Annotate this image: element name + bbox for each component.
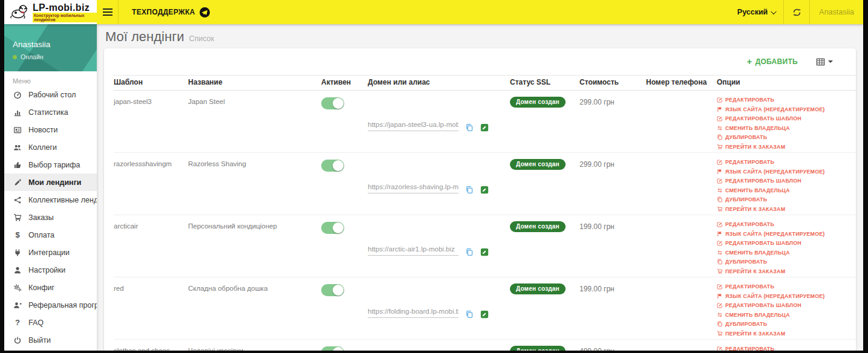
name-cell: Razorless Shaving	[188, 153, 321, 215]
sidebar-item-label: Конфиг	[28, 283, 54, 292]
option-cart[interactable]: ПЕРЕЙТИ К ЗАКАЗАМ	[717, 144, 856, 150]
option-cart[interactable]: ПЕРЕЙТИ К ЗАКАЗАМ	[717, 268, 856, 274]
domain-input[interactable]	[368, 183, 458, 193]
pencil-square-icon	[717, 240, 723, 246]
name-cell: Japan Steel	[188, 91, 321, 153]
domain-input[interactable]	[368, 245, 458, 256]
active-toggle[interactable]	[321, 346, 344, 351]
sidebar-item[interactable]: Интеграции	[4, 244, 97, 261]
copy-icon[interactable]	[465, 186, 474, 194]
option-exchange[interactable]: СМЕНИТЬ ВЛАДЕЛЬЦА	[717, 250, 856, 256]
sidebar-item-label: Заказы	[28, 213, 54, 222]
sidebar-item[interactable]: Рабочий стол	[4, 86, 97, 103]
table-header: ШаблонНазваниеАктивенДомен или алиасСтат…	[114, 75, 856, 91]
sidebar-item[interactable]: Заказы	[4, 209, 97, 226]
option-pencil-square[interactable]: РЕДАКТИРОВАТЬ	[717, 346, 856, 351]
price-cell: 199.00 грн	[579, 215, 646, 277]
active-toggle[interactable]	[321, 160, 344, 172]
table-body: japan-steel3Japan SteelДомен создан299.0…	[114, 91, 856, 351]
edit-square-icon[interactable]	[480, 186, 489, 194]
sidebar-item-label: FAQ	[28, 319, 44, 327]
sidebar-item[interactable]: Выбор тарифа	[4, 156, 97, 173]
dashboard-icon	[13, 91, 22, 99]
add-button[interactable]: + ДОБАВИТЬ	[747, 57, 798, 66]
option-flag[interactable]: ЯЗЫК САЙТА (НЕРЕДАКТИРУЕМОЕ)	[717, 293, 856, 299]
card-toolbar: + ДОБАВИТЬ	[114, 48, 856, 75]
profile-name: Anastasiia	[13, 40, 50, 49]
sidebar-item[interactable]: Реферальная программа	[4, 296, 97, 314]
option-duplicate[interactable]: ДУБЛИРОВАТЬ	[717, 259, 856, 265]
hamburger-icon[interactable]	[97, 0, 119, 24]
ssl-status-badge: Домен создан	[510, 97, 566, 108]
view-mode-button[interactable]	[816, 57, 833, 66]
language-label: Русский	[737, 8, 768, 16]
domain-input[interactable]	[368, 121, 458, 131]
column-header: Название	[188, 79, 321, 86]
sidebar-item[interactable]: Новости	[4, 121, 97, 138]
dollar-icon: $	[13, 230, 22, 239]
option-pencil-square[interactable]: РЕДАКТИРОВАТЬ ШАБЛОН	[717, 115, 856, 121]
option-pencil-square[interactable]: РЕДАКТИРОВАТЬ ШАБЛОН	[717, 302, 856, 308]
option-pencil-square[interactable]: РЕДАКТИРОВАТЬ	[717, 221, 856, 227]
user-icon	[13, 266, 22, 274]
sidebar-item[interactable]: Конфиг	[4, 279, 97, 296]
page-head: Мої лендінги Список	[105, 29, 856, 45]
copy-icon[interactable]	[465, 310, 474, 319]
option-cart[interactable]: ПЕРЕЙТИ К ЗАКАЗАМ	[717, 331, 856, 337]
edit-square-icon[interactable]	[480, 248, 489, 256]
sidebar-item[interactable]: Статистика	[4, 103, 97, 121]
user-plus-icon	[13, 301, 22, 309]
option-flag[interactable]: ЯЗЫК САЙТА (НЕРЕДАКТИРУЕМОЕ)	[717, 169, 856, 175]
option-exchange[interactable]: СМЕНИТЬ ВЛАДЕЛЬЦА	[717, 187, 856, 193]
pencil-square-icon	[717, 302, 723, 308]
sidebar: Anastasiia Онлайн Меню Рабочий столСтати…	[4, 24, 97, 351]
domain-input[interactable]	[368, 308, 458, 318]
profile-status: Онлайн	[13, 53, 44, 60]
option-pencil-square[interactable]: РЕДАКТИРОВАТЬ	[717, 97, 856, 103]
cart-icon	[717, 144, 723, 150]
price-cell: 499.00 грн	[579, 340, 646, 351]
active-toggle[interactable]	[321, 222, 344, 234]
sidebar-item[interactable]: Выйти	[4, 331, 97, 349]
refresh-button[interactable]	[784, 0, 809, 24]
option-pencil-square[interactable]: РЕДАКТИРОВАТЬ ШАБЛОН	[717, 178, 856, 184]
sidebar-item-label: Мои лендинги	[28, 178, 82, 187]
logo[interactable]: LP-mobi.biz Конструктор мобильных лендин…	[4, 0, 97, 24]
option-pencil-square[interactable]: РЕДАКТИРОВАТЬ ШАБЛОН	[717, 240, 856, 246]
exchange-icon	[717, 125, 723, 131]
support-label: ТЕХПОДДЕРЖКА	[132, 8, 195, 16]
option-duplicate[interactable]: ДУБЛИРОВАТЬ	[717, 196, 856, 202]
duplicate-icon	[717, 259, 723, 265]
sidebar-item[interactable]: ?FAQ	[4, 314, 97, 331]
sidebar-item[interactable]: $Оплата	[4, 226, 97, 244]
page-subtitle: Список	[189, 34, 214, 43]
pencil-square-icon	[717, 283, 723, 290]
users-icon	[13, 143, 22, 152]
option-duplicate[interactable]: ДУБЛИРОВАТЬ	[717, 134, 856, 140]
option-flag[interactable]: ЯЗЫК САЙТА (НЕРЕДАКТИРУЕМОЕ)	[717, 231, 856, 237]
language-selector[interactable]: Русский	[729, 0, 784, 24]
news-icon	[13, 126, 22, 134]
option-exchange[interactable]: СМЕНИТЬ ВЛАДЕЛЬЦА	[717, 312, 856, 318]
sidebar-item[interactable]: Коллеги	[4, 138, 97, 156]
active-toggle[interactable]	[321, 284, 344, 296]
option-exchange[interactable]: СМЕНИТЬ ВЛАДЕЛЬЦА	[717, 125, 856, 131]
cart-icon	[717, 268, 723, 274]
edit-square-icon[interactable]	[480, 123, 489, 132]
edit-square-icon[interactable]	[480, 310, 489, 319]
option-flag[interactable]: ЯЗЫК САЙТА (НЕРЕДАКТИРУЕМОЕ)	[717, 106, 856, 112]
sidebar-item[interactable]: Коллективные лендинги	[4, 191, 97, 209]
option-pencil-square[interactable]: РЕДАКТИРОВАТЬ	[717, 283, 856, 290]
support-button[interactable]: ТЕХПОДДЕРЖКА	[132, 7, 210, 18]
sidebar-item[interactable]: Мои лендинги	[4, 173, 97, 191]
option-duplicate[interactable]: ДУБЛИРОВАТЬ	[717, 321, 856, 327]
active-toggle[interactable]	[321, 97, 344, 109]
option-pencil-square[interactable]: РЕДАКТИРОВАТЬ	[717, 159, 856, 165]
dog-logo-icon	[9, 3, 30, 21]
sidebar-item[interactable]: Настройки	[4, 261, 97, 279]
copy-icon[interactable]	[465, 123, 474, 132]
copy-icon[interactable]	[465, 248, 474, 256]
pencil-square-icon	[717, 115, 723, 121]
option-cart[interactable]: ПЕРЕЙТИ К ЗАКАЗАМ	[717, 206, 856, 212]
user-menu[interactable]: Anastasiia	[810, 0, 863, 24]
